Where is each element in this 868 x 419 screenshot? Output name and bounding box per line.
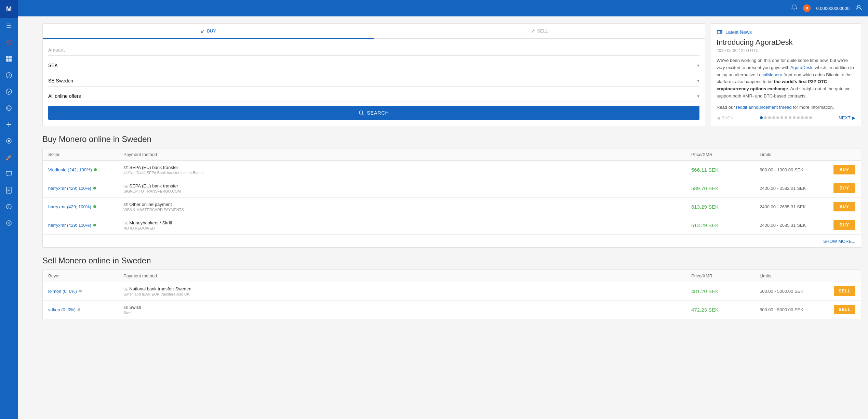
search-icon [359, 110, 364, 116]
svg-text:©: © [8, 222, 10, 225]
offline-indicator [79, 290, 82, 292]
price-cell: 566.11 SEK [691, 167, 760, 173]
news-header: Latest News [717, 29, 855, 35]
svg-text:↗: ↗ [8, 73, 11, 77]
table-row: Vladiunia (242; 100%) SESEPA (EU) bank t… [43, 161, 861, 179]
payment-method: SESEPA (EU) bank transfer SIGNUP TO TRAN… [123, 183, 691, 193]
news-date: 2019-09-30 12:00 UTC [717, 48, 855, 53]
limits-cell: 2400.00 - 2685.31 SEK BUY [760, 220, 855, 230]
col-payment: Payment method [123, 152, 691, 157]
notifications-icon[interactable] [791, 4, 798, 13]
buy-button[interactable]: BUY [833, 165, 855, 174]
dot-3 [772, 116, 775, 119]
buy-tab-label: BUY [207, 28, 216, 34]
payment-method: SEMoneybookers / Skrill NO ID REQUIRED [123, 220, 691, 230]
dot-1 [764, 116, 767, 119]
svg-point-14 [8, 140, 10, 142]
search-box: ↙ BUY ↗ SELL SEK ▾ SE Sweden ▾ [42, 23, 705, 126]
news-header-label: Latest News [725, 29, 752, 35]
news-footer: ◀ BACK [717, 115, 855, 120]
online-indicator [94, 168, 97, 171]
price-cell: 613.29 SEK [691, 204, 760, 210]
news-next-button[interactable]: NEXT ▶ [839, 115, 855, 120]
show-more-buy-link[interactable]: SHOW MORE... [823, 239, 855, 244]
flag-se: SE [123, 306, 128, 310]
payment-method: SESEPA (EU) bank transfer ###No ID###.SE… [123, 165, 691, 175]
agoradesk-link[interactable]: AgoraDesk [790, 65, 812, 70]
svg-point-26 [857, 5, 860, 8]
sell-tab-label: SELL [537, 28, 548, 34]
copyright-icon[interactable]: © [0, 215, 18, 231]
news-back-button[interactable]: ◀ BACK [717, 115, 733, 120]
buy-button[interactable]: BUY [833, 202, 855, 211]
online-indicator [93, 224, 96, 226]
limits-cell: 500.00 - 5000.00 SEK SELL [760, 286, 855, 296]
svg-rect-15 [6, 171, 12, 175]
buy-button[interactable]: BUY [833, 183, 855, 193]
document-icon[interactable] [0, 182, 18, 198]
dot-0 [760, 116, 763, 119]
send-icon[interactable]: ↗ [0, 67, 18, 83]
tab-sell[interactable]: ↗ SELL [374, 24, 705, 38]
flag-se: SE [123, 203, 128, 207]
hamburger-menu-icon[interactable]: ☰ [0, 18, 18, 34]
search-button[interactable]: SEARCH [48, 106, 699, 120]
payment-method: SENational bank transfer: Sweden. Swish … [123, 286, 691, 296]
dashboard-icon[interactable] [0, 51, 18, 67]
sell-button[interactable]: SELL [834, 305, 855, 314]
dot-10 [801, 116, 804, 119]
chat-icon[interactable] [0, 166, 18, 182]
currency-select[interactable]: SEK ▾ [48, 60, 699, 71]
sell-section-title: Sell Monero online in Sweden [42, 256, 861, 265]
payment-method: SEOther online payment VISA & MASTERCARD… [123, 202, 691, 212]
sell-button[interactable]: SELL [834, 286, 855, 296]
svg-rect-17 [6, 187, 11, 193]
buyer-link-lolmon[interactable]: lolmon (0; 0%) [48, 289, 77, 294]
circle-globe-icon[interactable] [0, 133, 18, 149]
amount-input[interactable] [48, 44, 699, 56]
buy-button[interactable]: BUY [833, 220, 855, 230]
col-limits: Limits [760, 152, 855, 157]
news-title: Introducing AgoraDesk [717, 38, 855, 47]
col-payment-method: Payment method [123, 273, 691, 278]
no-ads-icon[interactable]: 🚫 [0, 34, 18, 51]
app-logo[interactable]: M [0, 0, 18, 18]
offline-indicator [78, 308, 80, 311]
sell-offers-table: Buyer Payment method Price/XMR Limits lo… [42, 270, 861, 319]
monero-icon: M [803, 4, 811, 12]
svg-rect-3 [9, 59, 12, 62]
table-row: harryxmr (429; 100%) SEOther online paym… [43, 198, 861, 216]
svg-rect-1 [9, 56, 12, 58]
buy-section-title: Buy Monero online in Sweden [42, 134, 861, 144]
receive-icon[interactable]: ↙ [0, 83, 18, 100]
globe-icon[interactable] [0, 100, 18, 116]
seller-link-harryxmr-1[interactable]: harryxmr (429; 100%) [48, 186, 91, 191]
sell-section: Sell Monero online in Sweden Buyer Payme… [42, 256, 861, 319]
show-more-buy: SHOW MORE... [43, 235, 861, 247]
sell-arrow-icon: ↗ [531, 28, 535, 34]
seller-link-vladiunia[interactable]: Vladiunia (242; 100%) [48, 167, 92, 172]
buyer-link-vriken[interactable]: vriken (0; 0%) [48, 307, 76, 312]
buy-sell-tabs: ↙ BUY ↗ SELL [43, 24, 705, 39]
seller-link-harryxmr-3[interactable]: harryxmr (429; 100%) [48, 223, 91, 228]
user-account-icon[interactable] [855, 4, 863, 13]
info-icon[interactable] [0, 198, 18, 215]
balance-display: 0.000000000000 [816, 6, 850, 11]
news-icon [717, 29, 723, 35]
flag-se: SE [123, 166, 128, 170]
dot-9 [797, 116, 800, 119]
search-button-label: SEARCH [367, 110, 389, 116]
reddit-link[interactable]: reddit announcement thread [736, 105, 792, 110]
country-select[interactable]: SE Sweden ▾ [48, 75, 699, 87]
seller-link-harryxmr-2[interactable]: harryxmr (429; 100%) [48, 204, 91, 209]
col-price-xmr: Price/XMR [691, 273, 760, 278]
topbar-right: M 0.000000000000 [791, 4, 863, 13]
svg-line-28 [362, 114, 364, 115]
create-plus-icon[interactable] [0, 116, 18, 133]
dot-2 [768, 116, 771, 119]
offer-type-select[interactable]: All online offers ▾ [48, 91, 699, 102]
rocket-icon[interactable]: 🚀 [0, 149, 18, 166]
tab-buy[interactable]: ↙ BUY [43, 24, 374, 39]
offer-type-chevron-icon: ▾ [697, 93, 699, 99]
localmonero-link[interactable]: LocalMonero [757, 72, 782, 77]
